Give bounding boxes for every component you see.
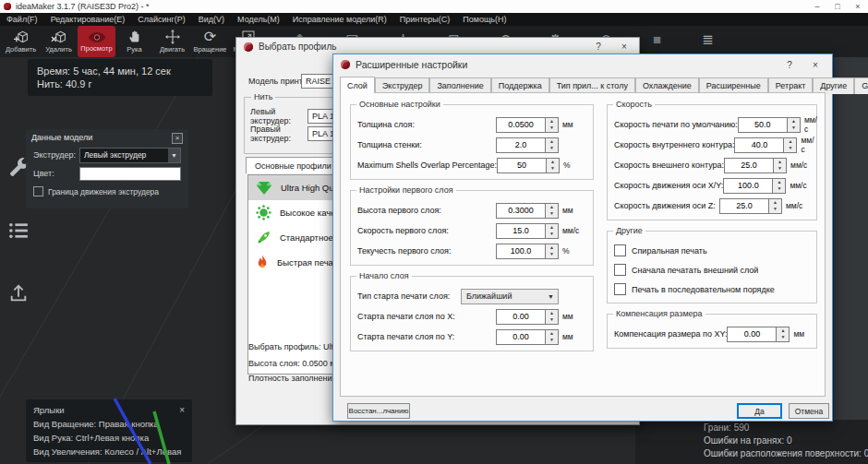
hint-rotate: Вид Вращение: Правая кнопка bbox=[33, 417, 185, 431]
menu-printers[interactable]: Принтеры(C) bbox=[400, 15, 450, 24]
shell-overlap-input[interactable] bbox=[497, 158, 547, 173]
extruder-boundary-checkbox[interactable]: Граница движения экструдера bbox=[26, 183, 188, 196]
ok-button[interactable]: Да bbox=[737, 403, 782, 419]
menu-file[interactable]: Файл(F) bbox=[6, 15, 38, 24]
cube-plus-icon bbox=[12, 30, 30, 44]
help-icon[interactable]: ? bbox=[777, 60, 802, 70]
first-layer-height-input[interactable] bbox=[496, 203, 546, 219]
menu-model[interactable]: Модель(M) bbox=[237, 15, 280, 24]
shell-overlap-row: Maximum Shells Overlap Percentage: ▲▼ % bbox=[357, 155, 586, 175]
close-icon[interactable]: × bbox=[172, 133, 183, 144]
move-cross-icon bbox=[165, 30, 180, 44]
spinner-arrows[interactable]: ▲▼ bbox=[546, 117, 559, 133]
menu-edit[interactable]: Редактирование(E) bbox=[51, 15, 126, 24]
spiral-print-checkbox[interactable]: Спиральная печать bbox=[614, 241, 810, 260]
menu-view[interactable]: Вид(V) bbox=[199, 15, 224, 24]
rotate-button[interactable]: ⟳ Вращение bbox=[191, 26, 229, 57]
cancel-button[interactable]: Отмена bbox=[789, 403, 829, 419]
tab-gcode[interactable]: GCode bbox=[854, 77, 868, 94]
export-icon[interactable] bbox=[6, 280, 31, 306]
hand-button[interactable]: Рука bbox=[115, 26, 153, 57]
spinner-arrows[interactable]: ▲▼ bbox=[546, 203, 559, 219]
close-icon[interactable]: × bbox=[802, 60, 828, 70]
chevron-down-icon: ▼ bbox=[168, 149, 180, 162]
app-icon bbox=[244, 42, 253, 52]
chevron-down-icon: ▼ bbox=[548, 293, 554, 300]
add-model-button[interactable]: Добавить bbox=[2, 26, 40, 57]
outer-shell-first-checkbox[interactable]: Сначала печатать внешний слой bbox=[614, 260, 810, 280]
filament-usage: Нить: 40.9 г bbox=[37, 77, 203, 90]
first-layer-speed-input[interactable] bbox=[496, 223, 546, 239]
sequential-print-checkbox[interactable]: Печать в последовательном порядке bbox=[614, 280, 810, 299]
layer-start-x-input[interactable] bbox=[496, 309, 546, 325]
shortcuts-panel: Ярлыки × Вид Вращение: Правая кнопка Вид… bbox=[26, 399, 192, 462]
extruder-select[interactable]: Левый экструдер ▼ bbox=[79, 148, 181, 163]
spinner-arrows[interactable]: ▲▼ bbox=[777, 327, 790, 342]
left-extruder-label: Левый экструдер: bbox=[250, 107, 307, 125]
help-icon[interactable]: ? bbox=[585, 42, 611, 52]
shell-count-input[interactable] bbox=[496, 137, 546, 153]
spinner-arrows[interactable]: ▲▼ bbox=[784, 137, 797, 153]
basic-settings-group: Основные настройки Толщина слоя: ▲▼ мм Т… bbox=[350, 104, 594, 180]
close-icon[interactable]: × bbox=[179, 403, 185, 417]
layer-start-type-select[interactable]: Ближайший ▼ bbox=[461, 289, 559, 304]
mesh-stats-panel: Грани: 590 Ошибки на гранях: 0 Ошибки ра… bbox=[635, 420, 868, 464]
tab-layer[interactable]: Слой bbox=[340, 77, 375, 93]
z-travel-speed-row: Скорость движения оси Z: ▲▼ мм/с bbox=[614, 196, 810, 216]
layers-icon[interactable]: ≣ bbox=[682, 26, 733, 54]
advanced-settings-dialog: Расширенные настройки ? × Слой Экструдер… bbox=[332, 54, 833, 422]
shell-count-spinner: ▲▼ bbox=[496, 137, 559, 153]
xy-compensation-row: Компенсация размера по XY: ▲▼ мм bbox=[614, 324, 810, 344]
inner-shell-speed-input[interactable] bbox=[734, 137, 784, 153]
checkbox-icon bbox=[33, 186, 43, 196]
menu-repair[interactable]: Исправление модели(R) bbox=[293, 15, 387, 24]
spinner-arrows[interactable]: ▲▼ bbox=[547, 158, 560, 173]
spinner-arrows[interactable]: ▲▼ bbox=[546, 137, 559, 153]
spinner-arrows[interactable]: ▲▼ bbox=[546, 244, 559, 259]
color-field[interactable] bbox=[79, 167, 181, 181]
menu-help[interactable]: Помощь(H) bbox=[463, 15, 506, 24]
layer-thickness-input[interactable] bbox=[496, 117, 546, 133]
delete-model-button[interactable]: Удалить bbox=[40, 26, 78, 57]
spinner-arrows[interactable]: ▲▼ bbox=[546, 309, 559, 325]
close-icon[interactable]: × bbox=[848, 2, 868, 11]
speed-group: Скорость Скорость печати по умолчанию: ▲… bbox=[607, 104, 817, 220]
layer-start-y-input[interactable] bbox=[496, 329, 546, 345]
spinner-arrows[interactable]: ▲▼ bbox=[773, 178, 786, 194]
view-button[interactable]: Просмотр bbox=[78, 26, 115, 57]
spinner-arrows[interactable]: ▲▼ bbox=[546, 329, 559, 345]
checkbox-icon bbox=[614, 283, 626, 295]
xy-compensation-input[interactable] bbox=[727, 327, 777, 342]
close-icon[interactable]: × bbox=[611, 42, 637, 52]
dialog-title: Выбрать профиль bbox=[259, 42, 336, 52]
maximize-icon[interactable]: □ bbox=[827, 2, 848, 11]
first-layer-flow-input[interactable] bbox=[496, 244, 546, 259]
menu-slice[interactable]: Слайсинг(P) bbox=[138, 15, 186, 24]
shortcuts-title: Ярлыки bbox=[33, 403, 65, 417]
xy-travel-speed-input[interactable] bbox=[723, 178, 773, 194]
default-speed-input[interactable] bbox=[738, 117, 788, 133]
right-extruder-label: Правый экструдер: bbox=[250, 125, 307, 143]
menubar: Файл(F) Редактирование(E) Слайсинг(P) Ви… bbox=[0, 13, 868, 26]
spinner-arrows[interactable]: ▲▼ bbox=[769, 198, 782, 214]
minimize-icon[interactable]: – bbox=[807, 2, 827, 11]
app-icon bbox=[341, 60, 350, 69]
layer-tab-page: Основные настройки Толщина слоя: ▲▼ мм Т… bbox=[340, 92, 826, 397]
spinner-arrows[interactable]: ▲▼ bbox=[788, 117, 801, 133]
spinner-arrows[interactable]: ▲▼ bbox=[774, 158, 787, 173]
cube-x-icon bbox=[50, 30, 68, 44]
spinner-arrows[interactable]: ▲▼ bbox=[546, 223, 559, 239]
faces-count: Грани: 590 bbox=[704, 422, 868, 433]
inner-shell-speed-row: Скорость внутреннего контура: ▲▼ мм/с bbox=[614, 135, 810, 155]
restore-defaults-button[interactable]: Восстан...лчанию bbox=[347, 403, 410, 419]
layer-start-x-row: Старта печати слоя по X: ▲▼ мм bbox=[357, 306, 586, 327]
tab-basic-profiles[interactable]: Основные профили bbox=[246, 157, 341, 173]
move-button[interactable]: Двигать bbox=[153, 26, 191, 57]
layer-thickness-spinner: ▲▼ bbox=[496, 117, 559, 133]
checkbox-icon bbox=[614, 264, 626, 276]
outer-shell-speed-input[interactable] bbox=[724, 158, 774, 173]
z-travel-speed-input[interactable] bbox=[719, 198, 769, 214]
checkbox-icon bbox=[614, 244, 626, 256]
list-icon[interactable] bbox=[6, 218, 31, 244]
first-layer-speed-row: Скорость первого слоя: ▲▼ мм/с bbox=[357, 220, 586, 241]
